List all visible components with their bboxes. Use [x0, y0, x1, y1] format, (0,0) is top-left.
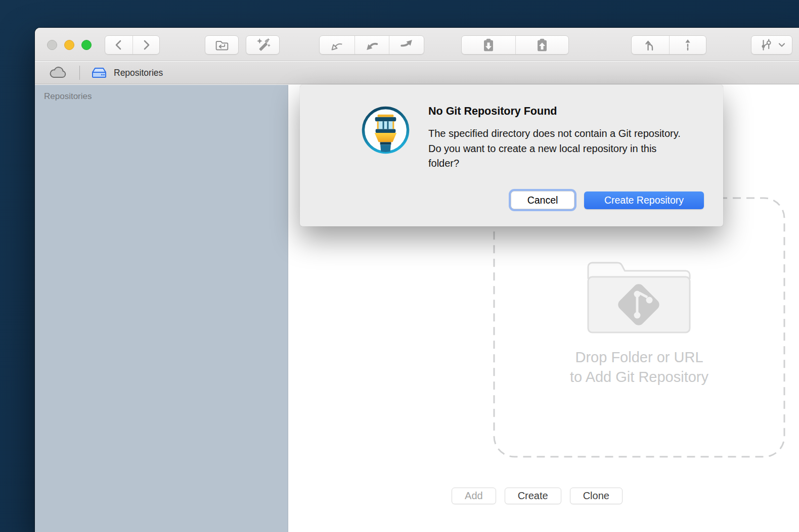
add-button[interactable]: Add [452, 488, 496, 504]
push-dashed-arrow-icon [680, 37, 696, 53]
stash-apply-clipboard-up-icon [534, 36, 551, 54]
create-button[interactable]: Create [505, 488, 561, 504]
back-button[interactable] [105, 36, 132, 54]
drop-zone-line2: to Add Git Repository [570, 367, 708, 387]
repository-actions: Add Create Clone [289, 488, 785, 504]
dialog-buttons: Cancel Create Repository [511, 191, 704, 209]
drop-zone-line1: Drop Folder or URL [570, 348, 708, 367]
merge-button[interactable] [632, 36, 669, 54]
checkout-undo-button[interactable] [320, 36, 354, 54]
cancel-button[interactable]: Cancel [511, 191, 574, 209]
stash-apply-button[interactable] [515, 36, 569, 54]
forward-button[interactable] [132, 36, 160, 54]
clone-button[interactable]: Clone [570, 488, 623, 504]
stash-segmented-control [461, 35, 569, 55]
repositories-sidebar[interactable]: Repositories [35, 85, 288, 532]
create-repository-button[interactable]: Create Repository [584, 191, 704, 209]
redo-filled-icon [398, 37, 415, 53]
chevron-down-icon [778, 41, 786, 49]
sidebar-header: Repositories [35, 85, 288, 102]
git-folder-icon [581, 248, 697, 338]
sync-segmented-control [631, 35, 706, 55]
forward-chevron-icon [140, 38, 153, 52]
quick-setup-button[interactable] [246, 35, 280, 55]
breadcrumb-label: Repositories [114, 68, 163, 78]
stash-save-button[interactable] [462, 36, 515, 54]
gitup-app-icon [361, 105, 411, 155]
undo-redo-segmented-control [319, 35, 424, 55]
repository-drop-zone[interactable]: Drop Folder or URL to Add Git Repository [493, 197, 785, 458]
merge-branch-icon [642, 37, 658, 53]
nav-segmented-control [105, 35, 160, 55]
drop-zone-inner: Drop Folder or URL to Add Git Repository [493, 197, 785, 458]
path-divider [79, 66, 80, 80]
magic-wand-icon [254, 36, 272, 54]
breadcrumb-repositories[interactable]: Repositories [90, 66, 163, 80]
view-graph-dropdown-button[interactable] [751, 35, 792, 55]
drop-zone-text: Drop Folder or URL to Add Git Repository [570, 348, 708, 387]
dialog-message: The specified directory does not contain… [428, 126, 681, 171]
title-bar[interactable] [35, 28, 799, 61]
no-git-repository-dialog: No Git Repository Found The specified di… [300, 85, 723, 226]
zoom-button[interactable] [81, 40, 92, 50]
cloud-icon[interactable] [48, 65, 68, 80]
undo-filled-icon [364, 37, 380, 53]
open-repository-button[interactable] [205, 35, 239, 55]
open-folder-return-icon [213, 36, 231, 54]
back-chevron-icon [112, 38, 125, 52]
push-button[interactable] [669, 36, 706, 54]
commit-graph-icon [758, 37, 774, 53]
close-button[interactable] [47, 40, 57, 50]
redo-button[interactable] [389, 36, 424, 54]
repositories-drive-icon [90, 66, 108, 80]
undo-button[interactable] [354, 36, 389, 54]
minimize-button[interactable] [64, 40, 74, 50]
path-bar: Repositories [35, 62, 799, 84]
stash-save-clipboard-down-icon [480, 36, 497, 54]
dialog-title: No Git Repository Found [428, 105, 557, 118]
traffic-lights [47, 40, 92, 50]
undo-outline-icon [329, 37, 345, 53]
